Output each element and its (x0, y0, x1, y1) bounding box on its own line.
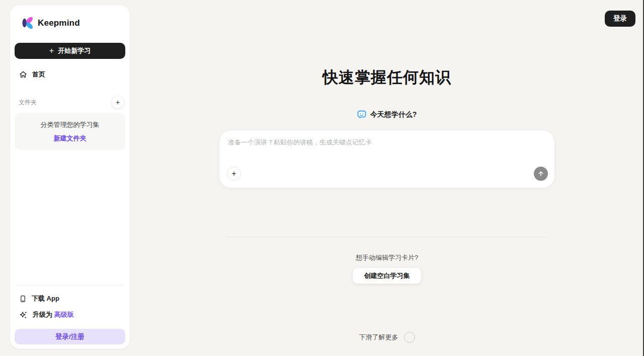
start-new-learning-button[interactable]: + 开始新学习 (15, 43, 125, 59)
sidebar: Keepmind + 开始新学习 首页 文件夹 + 分类管理您的学习集 新建文件… (10, 5, 130, 349)
upgrade-label: 升级为 高级版 (33, 310, 74, 319)
upgrade-item[interactable]: 升级为 高级版 (15, 307, 125, 323)
plus-icon: + (116, 99, 120, 106)
add-folder-button[interactable]: + (112, 96, 124, 108)
prompt-row: 今天想学什么? (130, 110, 644, 119)
keepmind-logo-icon (21, 17, 34, 29)
login-register-button[interactable]: 登录/注册 (15, 329, 125, 344)
scroll-hint: 下滑了解更多 (130, 332, 644, 343)
chat-smile-icon (357, 110, 366, 119)
phone-icon (19, 295, 27, 303)
main-content: 快速掌握任何知识 今天想学什么? + (130, 0, 644, 356)
arrow-up-icon (537, 170, 544, 177)
brand-name: Keepmind (38, 18, 80, 28)
sparkles-icon (19, 311, 28, 319)
download-app-item[interactable]: 下载 App (15, 291, 125, 307)
folders-empty-text: 分类管理您的学习集 (41, 120, 100, 129)
prompt-label: 今天想学什么? (370, 110, 417, 119)
study-input[interactable] (228, 138, 546, 164)
sidebar-item-home[interactable]: 首页 (15, 66, 125, 83)
scroll-indicator-circle-icon[interactable] (404, 332, 415, 343)
sidebar-divider (16, 285, 124, 286)
upgrade-premium-link: 高级版 (54, 311, 74, 318)
study-input-card: + (219, 130, 555, 188)
plus-icon: + (49, 47, 54, 55)
folders-header: 文件夹 + (15, 96, 125, 108)
plus-icon: + (231, 170, 236, 178)
manual-edit-question: 想手动编辑学习卡片? (130, 253, 644, 262)
create-blank-set-button[interactable]: 创建空白学习集 (353, 267, 422, 284)
start-new-learning-label: 开始新学习 (58, 46, 91, 55)
section-divider (227, 237, 547, 237)
new-folder-link[interactable]: 新建文件夹 (54, 134, 87, 143)
folders-empty-card: 分类管理您的学习集 新建文件夹 (15, 113, 125, 150)
download-app-label: 下载 App (32, 294, 59, 303)
app-window: Keepmind + 开始新学习 首页 文件夹 + 分类管理您的学习集 新建文件… (0, 0, 644, 356)
home-icon (19, 70, 27, 79)
scroll-hint-label: 下滑了解更多 (359, 333, 398, 342)
attach-button[interactable]: + (227, 167, 241, 181)
folders-label: 文件夹 (19, 98, 37, 107)
sidebar-footer: 下载 App 升级为 高级版 登录/注册 (15, 285, 125, 344)
page-title: 快速掌握任何知识 (130, 67, 644, 88)
submit-button[interactable] (534, 167, 548, 181)
sidebar-item-home-label: 首页 (32, 70, 45, 79)
brand: Keepmind (21, 17, 125, 29)
